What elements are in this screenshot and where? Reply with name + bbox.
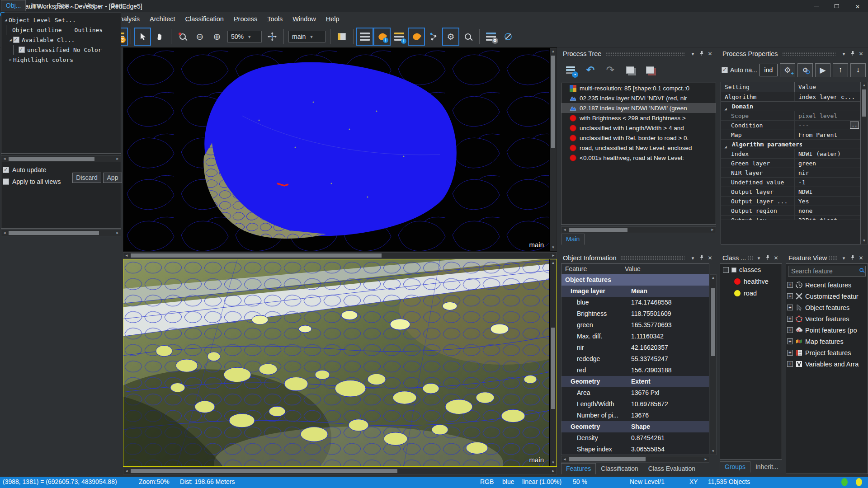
domain-group-row[interactable]: Domain	[721, 102, 860, 111]
scene-image-bottom[interactable]	[123, 259, 549, 466]
undo-button[interactable]	[583, 62, 598, 78]
scene-viewport-top[interactable]: main	[123, 47, 557, 252]
move-down-button[interactable]	[850, 63, 866, 77]
chevron-down-icon[interactable]	[840, 255, 848, 261]
feature-group-project[interactable]: Project features	[787, 347, 867, 358]
process-row[interactable]: unclassified with Length/Width > 4 and	[561, 123, 716, 133]
architect-edit-button[interactable]	[500, 28, 517, 46]
scroll-down-icon[interactable]	[861, 238, 867, 244]
expander-icon[interactable]	[723, 142, 728, 149]
green-layer-row[interactable]: Green layergreen	[721, 159, 860, 168]
scroll-down-icon[interactable]	[710, 448, 716, 455]
menu-help[interactable]: Help	[321, 12, 344, 26]
condition-edit-button[interactable]: ..	[850, 122, 859, 129]
zoom-in-button[interactable]: ⊕	[208, 28, 226, 46]
available-classes-checkbox[interactable]	[13, 37, 19, 43]
process-properties-vscroll[interactable]	[861, 82, 868, 244]
pan-mode-button[interactable]	[264, 28, 281, 46]
split-window-button[interactable]	[333, 28, 350, 46]
scroll-right-icon[interactable]	[114, 230, 121, 236]
viewer-bottom-hscroll[interactable]	[123, 468, 557, 474]
object-level-settings-row[interactable]: Object Level Set...	[1, 15, 121, 25]
maximize-button[interactable]	[826, 0, 847, 12]
scroll-right-icon[interactable]	[703, 456, 709, 462]
unclassified-row[interactable]: unclassified No Color	[1, 45, 121, 55]
panel-grip[interactable]	[748, 256, 753, 260]
expander-icon[interactable]	[3, 18, 9, 22]
output-layer-row[interactable]: Output layerNDWI	[721, 187, 860, 197]
process-row[interactable]: multi-resolution: 85 [shape:0.1 compct.:…	[561, 83, 716, 93]
feature-group-point[interactable]: Point features (po	[787, 324, 867, 336]
scroll-right-icon[interactable]	[114, 156, 121, 162]
view-settings-hscroll[interactable]	[1, 230, 121, 236]
scroll-up-icon[interactable]	[550, 260, 556, 266]
subgroup-row[interactable]: GeometryShape	[561, 421, 709, 432]
scroll-left-icon[interactable]	[561, 456, 568, 462]
process-name-field[interactable]: ind	[760, 64, 778, 76]
copy-process-button[interactable]	[623, 62, 638, 78]
save-process-button[interactable]: ▪	[563, 62, 578, 78]
scroll-thumb[interactable]	[131, 253, 382, 258]
search-input[interactable]	[788, 266, 866, 277]
scroll-thumb[interactable]	[711, 288, 715, 356]
table-row[interactable]: green165.35770693	[561, 319, 709, 331]
scroll-up-icon[interactable]	[550, 48, 556, 55]
scroll-left-icon[interactable]	[123, 253, 130, 258]
view-samples-button[interactable]: i	[391, 28, 408, 46]
output-type-row-clipped[interactable]: Output lay32Bit float	[721, 216, 860, 220]
chevron-down-icon[interactable]	[840, 51, 848, 57]
redo-button[interactable]	[603, 62, 618, 78]
pin-icon[interactable]	[848, 51, 857, 57]
pin-icon[interactable]	[697, 255, 706, 261]
table-row[interactable]: Brightness118.75501609	[561, 308, 709, 319]
process-row[interactable]: <0.001s healthveg, road at New Level:	[561, 153, 716, 163]
move-up-button[interactable]	[833, 63, 848, 77]
select-cursor-button[interactable]	[134, 28, 151, 46]
object-info-vscroll[interactable]	[710, 274, 717, 455]
scroll-down-icon[interactable]	[550, 460, 556, 466]
scroll-thumb[interactable]	[569, 457, 646, 461]
table-row[interactable]: rededge55.33745247	[561, 353, 709, 365]
scope-row[interactable]: Scopepixel level	[721, 111, 860, 121]
tab-object[interactable]: Obj...	[1, 0, 26, 11]
tab-inheritance[interactable]: Inherit...	[750, 461, 783, 473]
object-links-button[interactable]	[425, 28, 442, 46]
feature-group-customized[interactable]: Customized featur	[787, 291, 867, 302]
algorithm-parameters-group-row[interactable]: Algorithm parameters	[721, 140, 860, 149]
scroll-thumb[interactable]	[9, 231, 99, 235]
scroll-right-icon[interactable]	[550, 468, 557, 474]
chevron-down-icon[interactable]	[689, 255, 697, 261]
object-outline-row[interactable]: Object outline Outlines	[1, 25, 121, 35]
zoom-out-button[interactable]: ⊖	[191, 28, 208, 46]
viewer-top-hscroll[interactable]	[123, 252, 557, 259]
viewer-top-vscroll[interactable]	[550, 48, 557, 251]
tab-main[interactable]: Main	[561, 234, 585, 245]
process-row-selected[interactable]: 02.187 index layer NDWI 'NDWI' (green	[561, 103, 716, 113]
table-row[interactable]: Number of pi...13676	[561, 410, 709, 421]
chevron-down-icon[interactable]	[755, 255, 763, 261]
expand-icon[interactable]	[787, 293, 793, 299]
menu-architect[interactable]: Architect	[145, 12, 180, 26]
class-item-road[interactable]: road	[720, 287, 782, 299]
nir-layer-row[interactable]: NIR layernir	[721, 168, 860, 178]
workspace-settings-button[interactable]: ⚙	[482, 28, 500, 46]
expander-icon[interactable]	[8, 57, 13, 62]
viewer-bottom-vscroll[interactable]	[550, 259, 557, 466]
process-row[interactable]: 02.235 index layer NDVI 'NDVI' (red, nir	[561, 93, 716, 103]
panel-grip[interactable]	[605, 52, 684, 56]
menu-classification[interactable]: Classification	[180, 12, 228, 26]
panel-grip[interactable]	[782, 52, 836, 56]
panel-grip[interactable]	[829, 256, 838, 260]
tab-vector[interactable]: Vec...	[80, 0, 105, 11]
magnify-view-button[interactable]	[459, 28, 476, 46]
classes-root-row[interactable]: classes	[720, 264, 782, 276]
feature-group-object[interactable]: Object features	[787, 302, 867, 313]
pin-icon[interactable]	[697, 51, 706, 57]
close-panel-icon[interactable]	[857, 51, 865, 57]
output-layer-visible-row[interactable]: Output layer ...Yes	[721, 197, 860, 206]
close-panel-icon[interactable]	[857, 255, 865, 261]
delete-process-button[interactable]	[642, 62, 658, 78]
group-row[interactable]: Object features	[561, 274, 709, 286]
process-tree-hscroll[interactable]	[561, 226, 716, 233]
close-button[interactable]	[847, 0, 868, 12]
